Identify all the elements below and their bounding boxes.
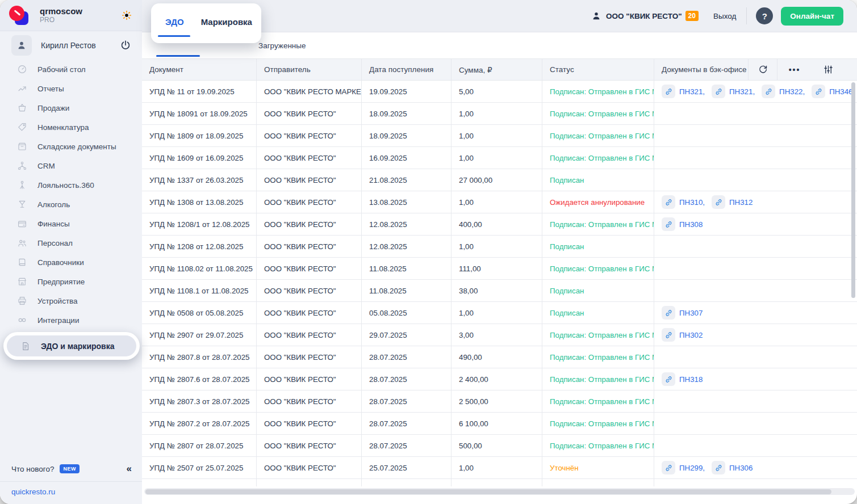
nomenclature-icon [17,122,27,132]
horizontal-scrollbar [144,488,855,495]
table-row[interactable]: УПД № 0508 от 05.08.2025 ООО "КВИК РЕСТО… [142,302,857,324]
topbar-divider [746,7,747,24]
table-row[interactable]: УПД № 1208 от 12.08.2025 ООО "КВИК РЕСТО… [142,236,857,258]
status-cell: Подписан: Отправлен в ГИС МТ [542,346,654,368]
status-cell: Подписан: Отправлен в ГИС МТ [542,324,654,346]
backoffice-cell [654,435,857,456]
date-cell: 18.09.2025 [362,103,452,124]
table-row[interactable]: УПД № 1208/1 от 12.08.2025 ООО "КВИК РЕС… [142,213,857,236]
table-row[interactable]: УПД № 2807.6 от 28.07.2025 ООО "КВИК РЕС… [142,368,857,390]
doc-cell: УПД № 1108.1 от 11.08.2025 [142,280,257,301]
table-row[interactable]: УПД № 1609 от 16.09.2025 ООО "КВИК РЕСТО… [142,147,857,169]
tab-marking[interactable]: Маркировка [201,17,252,27]
doc-cell: УПД № 1809 от 18.09.2025 [142,125,257,146]
refresh-icon[interactable] [749,59,777,80]
amount-cell: 6 100,00 [452,413,542,434]
backoffice-doc-link[interactable]: ПН307 [662,306,703,320]
backoffice-cell [654,346,857,368]
sidebar-item-nomenclature[interactable]: Номенклатура [0,117,142,137]
table-row[interactable]: УПД № 18091 от 18.09.2025 ООО "КВИК РЕСТ… [142,103,857,125]
logout-link[interactable]: Выход [713,12,736,20]
table-row[interactable]: УПД № 2807.2 от 28.07.2025 ООО "КВИК РЕС… [142,413,857,435]
table-row[interactable]: УПД № 2807.3 от 28.07.2025 ООО "КВИК РЕС… [142,390,857,413]
sidebar-item-finance[interactable]: Финансы [0,214,142,233]
status-cell: Подписан: Отправлен в ГИС МТ [542,413,654,434]
col-header-sender: Отправитель [257,59,362,80]
table-row[interactable]: УПД № 2907 от 29.07.2025 ООО "КВИК РЕСТО… [142,324,857,346]
date-cell: 28.07.2025 [362,368,452,390]
new-badge: NEW [60,464,80,473]
more-icon[interactable]: ••• [777,59,812,80]
sidebar-item-warehouse[interactable]: Складские документы [0,137,142,156]
backoffice-cell [654,147,857,169]
col-header-amount: Сумма, ₽ [452,59,542,80]
doc-cell: УПД № 2907 от 29.07.2025 [142,324,257,346]
status-cell: Подписан [542,302,654,324]
user-avatar [11,35,32,56]
sidebar-item-staff[interactable]: Персонал [0,233,142,253]
backoffice-doc-link[interactable]: ПН310, [662,195,705,209]
doc-cell: УПД № 0508 от 05.08.2025 [142,302,257,324]
backoffice-doc-link[interactable]: ПН321, [712,85,755,98]
table-row[interactable]: УПД № 1108.1 от 11.08.2025 ООО "КВИК РЕС… [142,280,857,302]
theme-toggle-sun-icon[interactable] [119,8,134,23]
col-header-document: Документ [142,59,257,80]
collapse-sidebar-icon[interactable]: « [127,463,132,474]
backoffice-cell [654,258,857,279]
help-button[interactable]: ? [756,7,773,24]
table-row[interactable]: УПД № 2807.8 от 28.07.2025 ООО "КВИК РЕС… [142,346,857,368]
whats-new-item[interactable]: Что нового? NEW « [0,457,142,480]
sidebar-item-devices[interactable]: Устройства [0,291,142,310]
doc-cell: УПД № 2807.6 от 28.07.2025 [142,368,257,390]
doc-cell: УПД № 1308 от 13.08.2025 [142,191,257,213]
sales-icon [17,103,27,113]
sidebar-item-alcohol[interactable]: Алкоголь [0,195,142,214]
backoffice-doc-link[interactable]: ПН321, [662,85,705,98]
backoffice-doc-link[interactable]: ПН318 [662,372,703,386]
sidebar-item-label: Персонал [37,239,73,247]
backoffice-doc-link[interactable]: ПН302 [662,328,703,342]
table-row[interactable]: УПД № 1337 от 26.03.2025 ООО "КВИК РЕСТО… [142,169,857,191]
tab-edo[interactable]: ЭДО [165,17,184,27]
table-row[interactable]: УПД № 1809 от 18.09.2025 ООО "КВИК РЕСТО… [142,125,857,147]
sidebar-item-edo[interactable]: ЭДО и маркировка [7,335,136,356]
vertical-scrollbar-thumb[interactable] [851,82,855,298]
backoffice-doc-link[interactable]: ПН308 [662,217,703,231]
company-selector[interactable]: ООО "КВИК РЕСТО" 20 [591,11,699,21]
user-row: Кирилл Рестов [0,32,142,58]
table-row[interactable]: УПД № 11 от 19.09.2025 ООО "КВИК РЕСТО М… [142,81,857,103]
sidebar-item-directories[interactable]: Справочники [0,253,142,272]
backoffice-doc-link[interactable]: ПН312 [712,195,753,209]
backoffice-doc-link[interactable]: ПН306 [712,461,753,474]
date-cell: 28.07.2025 [362,435,452,456]
backoffice-doc-link[interactable]: ПН322, [762,85,805,98]
sidebar-item-enterprise[interactable]: Предприятие [0,272,142,291]
table-row[interactable]: УПД № 1108.02 от 11.08.2025 ООО "КВИК РЕ… [142,258,857,280]
filter-settings-icon[interactable] [812,59,845,80]
sidebar-item-dashboard[interactable]: Рабочий стол [0,60,142,79]
backoffice-doc-link[interactable]: ПН346, [812,85,855,98]
sidebar-item-crm[interactable]: CRM [0,156,142,175]
amount-cell: 1,00 [452,236,542,257]
sidebar-item-loyalty[interactable]: Лояльность.360 [0,175,142,195]
doc-cell: УПД № 1108.02 от 11.08.2025 [142,258,257,279]
backoffice-cell: ПН302 [654,324,857,346]
sidebar-item-reports[interactable]: Отчеты [0,79,142,98]
table-row[interactable]: УПД № 2507 от 25.07.2025 ООО "КВИК РЕСТО… [142,457,857,479]
active-subtab-underline [156,55,200,57]
date-cell: 13.08.2025 [362,191,452,213]
table-row[interactable]: УПД № 2807 от 28.07.2025 ООО "КВИК РЕСТО… [142,435,857,457]
backoffice-cell [654,125,857,146]
sidebar-item-sales[interactable]: Продажи [0,98,142,117]
online-chat-button[interactable]: Онлайн-чат [781,7,843,26]
table-header: Документ Отправитель Дата поступления Су… [142,58,857,81]
horizontal-scrollbar-thumb[interactable] [145,489,831,494]
sidebar-item-label: Устройства [37,297,78,305]
backoffice-cell: ПН308 [654,213,857,235]
logout-power-icon[interactable] [119,39,132,52]
sidebar-item-integrations[interactable]: Интеграции [0,310,142,330]
table-row[interactable]: УПД № 1308 от 13.08.2025 ООО "КВИК РЕСТО… [142,191,857,213]
backoffice-doc-link[interactable]: ПН299, [662,461,705,474]
tab-loaded[interactable]: Загруженные [258,32,306,58]
quickresto-site-link[interactable]: quickresto.ru [0,482,142,504]
